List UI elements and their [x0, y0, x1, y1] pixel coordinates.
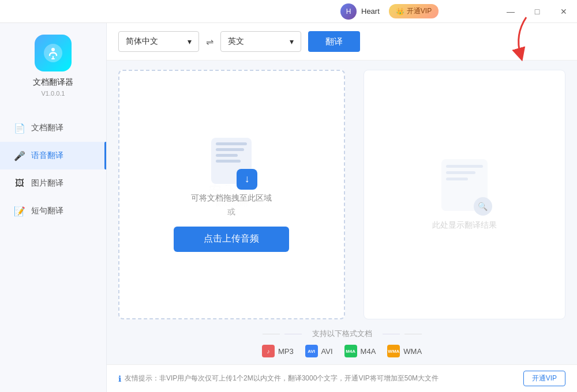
window-controls: — □ ✕ [497, 0, 577, 23]
close-button[interactable]: ✕ [550, 0, 577, 23]
doc-icon: 📄 [14, 123, 25, 134]
sidebar-item-image-label: 图片翻译 [31, 178, 63, 189]
crown-icon: 👑 [396, 7, 404, 16]
formats-list: ♪ MP3 AVI AVI M4A M4A WMA WMA [262, 345, 422, 357]
wma-icon: WMA [387, 345, 400, 357]
sidebar-item-image[interactable]: 🖼 图片翻译 [0, 169, 106, 197]
app-version: V1.0.0.1 [42, 90, 65, 97]
toolbar: 简体中文 ▾ ⇌ 英文 ▾ 翻译 [107, 23, 577, 61]
target-lang-select[interactable]: 英文 ▾ [220, 31, 301, 52]
bottom-notice: ℹ 友情提示：非VIP用户每次仅可上传1个2M以内文件，翻译3000个文字，开通… [107, 364, 577, 392]
m4a-icon: M4A [344, 345, 357, 357]
drop-or: 或 [227, 207, 235, 217]
source-lang-dropdown-icon: ▾ [188, 37, 192, 46]
sidebar-item-voice-label: 语音翻译 [31, 150, 63, 161]
upload-panel[interactable]: 安 下 载 anxz.com ↓ 可将文档拖拽至此区域 [118, 70, 345, 319]
maximize-button[interactable]: □ [524, 0, 550, 23]
swap-icon[interactable]: ⇌ [206, 36, 213, 47]
minimize-button[interactable]: — [497, 0, 524, 23]
content-area: 简体中文 ▾ ⇌ 英文 ▾ 翻译 [107, 23, 577, 392]
translate-button[interactable]: 翻译 [308, 31, 360, 52]
file-icon-container: ↓ [211, 138, 252, 184]
panels-container: 安 下 载 anxz.com ↓ 可将文档拖拽至此区域 [107, 61, 577, 364]
result-placeholder-text: 此处显示翻译结果 [432, 220, 497, 231]
format-avi: AVI AVI [305, 345, 333, 357]
info-icon: ℹ [118, 374, 121, 383]
vip-button[interactable]: 👑 开通VIP [389, 4, 439, 18]
app-logo [35, 35, 72, 71]
upload-audio-button[interactable]: 点击上传音频 [174, 227, 289, 252]
format-mp3: ♪ MP3 [262, 345, 294, 357]
title-bar: H Heart 👑 开通VIP — □ ✕ [0, 0, 577, 23]
username: Heart [361, 7, 380, 16]
image-icon: 🖼 [14, 178, 25, 189]
notice-text: 友情提示：非VIP用户每次仅可上传1个2M以内文件，翻译3000个文字，开通VI… [125, 374, 439, 383]
sidebar-item-voice[interactable]: 🎤 语音翻译 [0, 142, 106, 169]
active-indicator [104, 142, 106, 169]
avatar: H [340, 3, 357, 20]
open-vip-button[interactable]: 开通VIP [523, 371, 565, 386]
drop-text: 可将文档拖拽至此区域 [191, 193, 272, 203]
avi-icon: AVI [305, 345, 318, 357]
arrow-annotation [509, 17, 544, 63]
doc-file-icon: ↓ [211, 138, 252, 184]
sidebar-item-sentence[interactable]: 📝 短句翻译 [0, 197, 106, 225]
user-info: H Heart 👑 开通VIP [340, 3, 439, 20]
result-doc-icon: 🔍 [441, 159, 488, 211]
voice-icon: 🎤 [14, 150, 25, 161]
app-name: 文档翻译器 [33, 77, 73, 88]
formats-section: 支持以下格式文档 ♪ MP3 AVI AVI M4A M4A [118, 319, 565, 364]
sidebar-nav: 📄 文档翻译 🎤 语音翻译 🖼 图片翻译 📝 短句翻译 [0, 114, 106, 225]
sentence-icon: 📝 [14, 206, 25, 217]
svg-point-1 [51, 48, 55, 51]
source-lang-label: 简体中文 [126, 36, 158, 47]
sidebar-item-doc[interactable]: 📄 文档翻译 [0, 114, 106, 142]
format-m4a: M4A M4A [344, 345, 376, 357]
download-badge: ↓ [237, 169, 257, 190]
target-lang-dropdown-icon: ▾ [290, 37, 294, 46]
main-layout: 文档翻译器 V1.0.0.1 📄 文档翻译 🎤 语音翻译 🖼 图片翻译 📝 短句… [0, 23, 577, 392]
sidebar-item-doc-label: 文档翻译 [31, 123, 63, 133]
result-placeholder: 🔍 此处显示翻译结果 [432, 159, 497, 231]
source-lang-select[interactable]: 简体中文 ▾ [118, 31, 199, 52]
target-lang-label: 英文 [228, 36, 244, 47]
mp3-icon: ♪ [262, 345, 275, 357]
result-panel: 🔍 此处显示翻译结果 [364, 70, 566, 319]
notice-text-container: ℹ 友情提示：非VIP用户每次仅可上传1个2M以内文件，翻译3000个文字，开通… [118, 374, 439, 383]
search-icon: 🔍 [474, 197, 492, 216]
sidebar: 文档翻译器 V1.0.0.1 📄 文档翻译 🎤 语音翻译 🖼 图片翻译 📝 短句… [0, 23, 107, 392]
formats-title: 支持以下格式文档 [263, 329, 422, 339]
panels-row: 安 下 载 anxz.com ↓ 可将文档拖拽至此区域 [118, 70, 565, 319]
format-wma: WMA WMA [387, 345, 422, 357]
sidebar-item-sentence-label: 短句翻译 [31, 206, 63, 216]
